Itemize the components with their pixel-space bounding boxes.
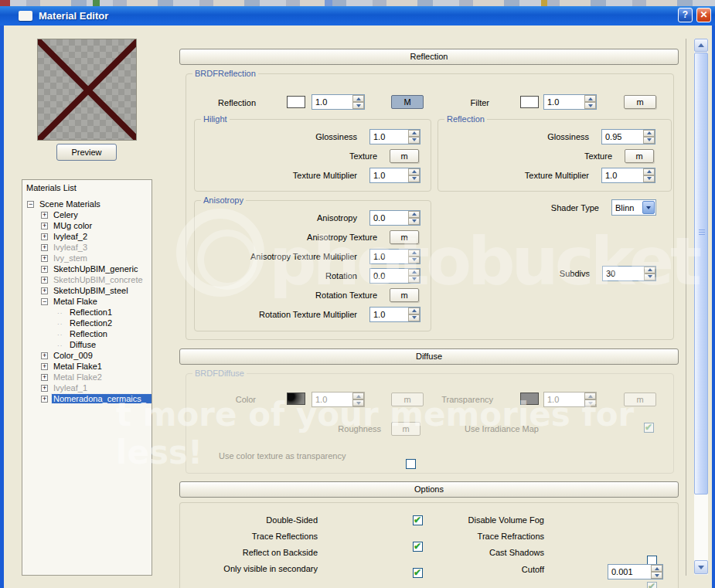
- spin-down-icon[interactable]: [408, 276, 420, 283]
- expand-icon[interactable]: [41, 287, 48, 294]
- subdivs-spinner[interactable]: 30: [602, 266, 656, 281]
- spin-up-icon[interactable]: [408, 211, 420, 218]
- tree-item[interactable]: Metal Flake1: [26, 361, 152, 372]
- spin-down-icon[interactable]: [643, 137, 655, 144]
- expand-icon[interactable]: [41, 266, 48, 273]
- reflection-color-swatch[interactable]: [287, 96, 305, 108]
- anisotropy-texture-map-button[interactable]: m: [390, 230, 419, 244]
- expand-icon[interactable]: [41, 385, 48, 392]
- spin-down-icon[interactable]: [408, 137, 420, 144]
- rotation-texture-multiplier-spinner[interactable]: 1.0: [369, 307, 420, 322]
- tree-item[interactable]: Ivy_stem: [26, 253, 152, 263]
- cutoff-spinner[interactable]: 0.001: [608, 564, 663, 580]
- vertical-scrollbar[interactable]: [694, 39, 708, 575]
- tree-item[interactable]: Celery: [26, 209, 152, 220]
- materials-list-title: Materials List: [26, 183, 152, 192]
- spin-up-icon[interactable]: [408, 168, 420, 175]
- hilight-glossiness-spinner[interactable]: 1.0: [369, 129, 420, 144]
- tree-item[interactable]: Metal Flake2: [26, 372, 152, 382]
- scrollbar-thumb[interactable]: [694, 53, 708, 495]
- spin-up-icon[interactable]: [643, 168, 655, 175]
- filter-map-button[interactable]: m: [624, 95, 656, 109]
- expand-icon[interactable]: [41, 363, 48, 370]
- reflection-texture-map-button[interactable]: m: [625, 149, 654, 163]
- use-color-texture-as-transparency-checkbox[interactable]: [406, 459, 416, 469]
- reflection-section-header[interactable]: Reflection: [179, 49, 679, 65]
- scroll-down-button[interactable]: [694, 560, 708, 574]
- rotation-texture-map-button[interactable]: m: [390, 288, 419, 302]
- diffuse-color-swatch[interactable]: [287, 393, 305, 405]
- spin-up-icon[interactable]: [643, 130, 655, 137]
- expand-icon[interactable]: [41, 255, 48, 262]
- reflection-map-button[interactable]: M: [391, 95, 424, 109]
- close-button[interactable]: ✕: [696, 8, 711, 22]
- tree-item[interactable]: SketchUpBIM_generic: [26, 263, 152, 274]
- tree-item[interactable]: Reflection2: [26, 318, 152, 328]
- transparency-color-swatch[interactable]: [520, 393, 539, 405]
- tree-item[interactable]: MUg color: [26, 220, 152, 231]
- expand-icon[interactable]: [41, 244, 48, 251]
- spin-down-icon[interactable]: [644, 274, 655, 280]
- tree-item[interactable]: Metal Flake: [26, 296, 152, 307]
- expand-icon[interactable]: [41, 396, 48, 403]
- spin-up-icon[interactable]: [644, 267, 655, 274]
- tree-item[interactable]: Ivyleaf_2: [26, 231, 152, 242]
- shader-type-dropdown[interactable]: Blinn: [611, 199, 656, 216]
- diffuse-section-header[interactable]: Diffuse: [179, 348, 679, 365]
- spin-down-icon[interactable]: [408, 314, 420, 321]
- spin-down-icon[interactable]: [408, 218, 420, 225]
- spin-down-icon[interactable]: [643, 175, 655, 182]
- expand-icon[interactable]: [41, 352, 48, 359]
- tree-item-selected[interactable]: Nomeradona_cermaics_: [26, 393, 152, 404]
- tree-connector: [57, 318, 64, 328]
- expand-icon[interactable]: [41, 277, 48, 284]
- expand-icon[interactable]: [41, 212, 48, 219]
- tree-item[interactable]: Reflection1: [26, 307, 152, 318]
- expand-icon[interactable]: [41, 223, 48, 229]
- anisotropy-texture-multiplier-spinner[interactable]: 1.0: [369, 249, 420, 264]
- tree-item[interactable]: Ivyleaf_1: [26, 382, 152, 393]
- scrollbar-track[interactable]: [694, 495, 708, 560]
- spin-up-icon[interactable]: [408, 130, 420, 137]
- spin-up-icon[interactable]: [651, 565, 662, 572]
- collapse-icon[interactable]: [41, 298, 48, 305]
- tree-connector: [57, 340, 64, 349]
- hilight-texture-multiplier-spinner[interactable]: 1.0: [369, 168, 420, 183]
- spin-down-icon[interactable]: [651, 572, 662, 579]
- tree-item[interactable]: SketchUpBIM_concrete: [26, 274, 152, 285]
- collapse-icon[interactable]: [27, 201, 34, 208]
- options-section-header[interactable]: Options: [179, 481, 679, 498]
- spin-down-icon[interactable]: [408, 257, 420, 263]
- spin-down-icon[interactable]: [352, 102, 364, 109]
- reflection-texture-multiplier-spinner[interactable]: 1.0: [601, 168, 655, 183]
- spin-up-icon[interactable]: [408, 308, 420, 314]
- help-button[interactable]: ?: [678, 8, 693, 22]
- tree-item[interactable]: Diffuse: [26, 339, 152, 350]
- scroll-up-button[interactable]: [694, 39, 708, 52]
- tree-item[interactable]: Scene Materials: [26, 199, 152, 209]
- spin-up-icon[interactable]: [408, 250, 420, 257]
- spin-up-icon[interactable]: [408, 269, 420, 276]
- spin-down-icon[interactable]: [408, 175, 420, 182]
- expand-icon[interactable]: [41, 233, 48, 240]
- preview-button[interactable]: Preview: [56, 144, 117, 161]
- chevron-down-icon[interactable]: [642, 201, 655, 214]
- tree-item[interactable]: Color_009: [26, 350, 152, 361]
- hilight-texture-map-button[interactable]: m: [390, 149, 419, 163]
- spin-down-icon: [352, 399, 364, 406]
- tree-item[interactable]: Reflection: [26, 328, 152, 339]
- spin-up-icon[interactable]: [584, 95, 596, 102]
- spin-down-icon[interactable]: [584, 102, 596, 109]
- anisotropy-spinner[interactable]: 0.0: [369, 210, 420, 226]
- rotation-spinner[interactable]: 0.0: [369, 268, 420, 284]
- filter-amount-spinner[interactable]: 1.0: [543, 94, 597, 110]
- reflection-glossiness-spinner[interactable]: 0.95: [601, 129, 655, 144]
- spin-up-icon[interactable]: [352, 95, 364, 102]
- subdivs-label: Subdivs: [438, 269, 590, 278]
- tree-item[interactable]: SketchUpBIM_steel: [26, 285, 152, 296]
- expand-icon[interactable]: [41, 374, 48, 381]
- tree-item[interactable]: Ivyleaf_3: [26, 242, 152, 253]
- filter-color-swatch[interactable]: [520, 96, 539, 108]
- reflection-amount-spinner[interactable]: 1.0: [312, 94, 365, 110]
- glossiness-label: Glossiness: [195, 132, 357, 141]
